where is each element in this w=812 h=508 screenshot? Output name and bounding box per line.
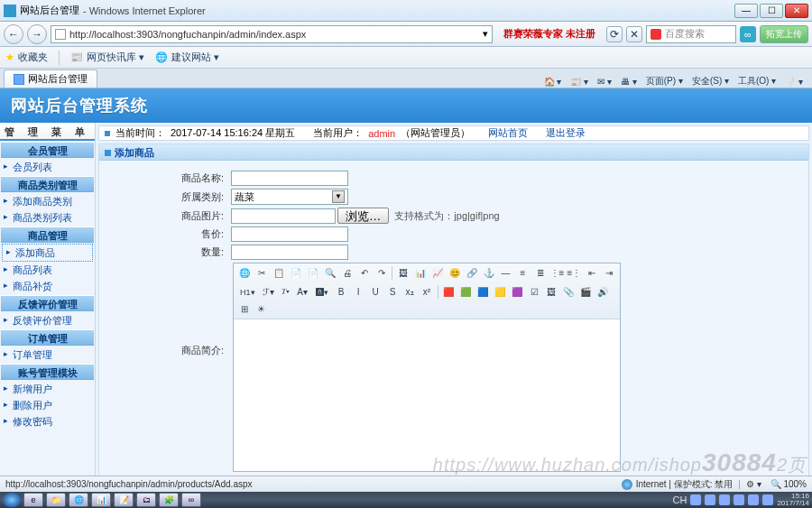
taskbar-app2-icon[interactable]: 📊: [91, 493, 111, 507]
sidebar-group-header[interactable]: 订单管理: [1, 329, 94, 346]
search-box[interactable]: 百度搜索: [646, 25, 736, 43]
editor-button[interactable]: x₂: [402, 284, 418, 300]
editor-button[interactable]: 📄: [305, 265, 320, 281]
editor-button[interactable]: 𝑇▾: [278, 284, 293, 300]
editor-button[interactable]: ℱ▾: [261, 284, 276, 300]
tray-icon[interactable]: [719, 494, 730, 505]
link-logout[interactable]: 退出登录: [546, 126, 586, 140]
maximize-button[interactable]: ☐: [760, 4, 783, 18]
ime-indicator[interactable]: CH: [673, 494, 687, 505]
editor-button[interactable]: —: [498, 265, 513, 281]
editor-button[interactable]: 🔊: [595, 284, 611, 300]
sidebar-item[interactable]: 订单管理: [0, 346, 95, 363]
editor-button[interactable]: ↶: [356, 265, 372, 281]
editor-button[interactable]: 📄: [288, 265, 303, 281]
tab-active[interactable]: 网站后台管理: [4, 69, 97, 88]
taskbar-explorer-icon[interactable]: 📁: [46, 493, 66, 507]
sidebar-item[interactable]: 会员列表: [0, 159, 95, 175]
clock[interactable]: 15:162017/7/14: [777, 493, 809, 507]
taskbar-app5-icon[interactable]: 🧩: [159, 493, 179, 507]
sidebar-item[interactable]: 商品列表: [0, 262, 95, 278]
editor-button[interactable]: ☑: [527, 284, 542, 300]
tray-icon[interactable]: [748, 494, 759, 505]
editor-textarea[interactable]: [234, 319, 620, 471]
favorites-button[interactable]: ★收藏夹: [5, 51, 48, 64]
editor-button[interactable]: ≡: [515, 265, 531, 281]
editor-button[interactable]: 🅰▾: [312, 284, 332, 300]
upload-ext-button[interactable]: 拓宽上传: [760, 25, 808, 43]
image-input[interactable]: [231, 208, 336, 224]
minimize-button[interactable]: —: [734, 4, 758, 18]
name-input[interactable]: [231, 171, 348, 186]
editor-button[interactable]: ✂: [254, 265, 269, 281]
editor-button[interactable]: ⇤: [584, 265, 599, 281]
start-button[interactable]: [3, 493, 21, 507]
qty-input[interactable]: [231, 245, 348, 260]
sidebar-item[interactable]: 添加商品类别: [0, 193, 95, 209]
back-button[interactable]: ←: [4, 24, 23, 44]
tabtool-4[interactable]: 页面(P) ▾: [646, 75, 683, 88]
editor-button[interactable]: ↷: [374, 265, 389, 281]
sidebar-item[interactable]: 商品类别列表: [0, 209, 95, 226]
editor-button[interactable]: 🟩: [458, 284, 474, 300]
sidebar-group-header[interactable]: 账号管理模块: [1, 364, 94, 380]
editor-button[interactable]: S: [385, 284, 401, 300]
tabtool-3[interactable]: 🖶 ▾: [621, 75, 637, 88]
editor-button[interactable]: U: [368, 284, 383, 300]
browse-button[interactable]: 浏览…: [337, 208, 389, 224]
system-tray[interactable]: CH 15:162017/7/14: [673, 493, 809, 507]
editor-button[interactable]: 📋: [271, 265, 286, 281]
sidebar-group-header[interactable]: 反馈评价管理: [1, 295, 94, 311]
editor-button[interactable]: ≣: [532, 265, 548, 281]
editor-button[interactable]: 🖼: [544, 284, 559, 300]
editor-button[interactable]: 🖨: [339, 265, 355, 281]
sidebar-group-header[interactable]: 商品类别管理: [1, 176, 94, 192]
editor-button[interactable]: 🟨: [493, 284, 508, 300]
editor-button[interactable]: I: [351, 284, 366, 300]
tray-icon[interactable]: [734, 494, 744, 505]
sidebar-item[interactable]: 新增用户: [0, 381, 95, 397]
editor-button[interactable]: 🟪: [510, 284, 525, 300]
editor-button[interactable]: ≡⋮: [567, 265, 582, 281]
tray-icon[interactable]: [690, 494, 701, 505]
editor-button[interactable]: ⚓: [481, 265, 496, 281]
taskbar-app3-icon[interactable]: 📝: [114, 493, 134, 507]
editor-button[interactable]: 🟦: [475, 284, 491, 300]
forward-button[interactable]: →: [27, 24, 47, 44]
editor-button[interactable]: 📎: [561, 284, 577, 300]
refresh-button[interactable]: ⟳: [606, 26, 623, 42]
taskbar-app6-icon[interactable]: ∞: [181, 493, 201, 507]
sidebar-item[interactable]: 反馈评价管理: [0, 312, 95, 328]
close-button[interactable]: ✕: [785, 4, 808, 18]
sidebar-item[interactable]: 商品补货: [0, 278, 95, 294]
category-select[interactable]: 蔬菜▼: [231, 189, 348, 205]
zoom-level[interactable]: 🔍 100%: [770, 479, 807, 489]
editor-button[interactable]: ⋮≡: [549, 265, 565, 281]
tabtool-0[interactable]: 🏠 ▾: [544, 75, 562, 88]
tabtool-5[interactable]: 安全(S) ▾: [692, 75, 729, 88]
editor-button[interactable]: x²: [420, 284, 435, 300]
bookmark-item-0[interactable]: 📰网页快讯库 ▾: [70, 51, 144, 64]
bookmark-item-1[interactable]: 🌐建议网站 ▾: [155, 51, 219, 64]
sidebar-item[interactable]: 修改密码: [0, 413, 95, 429]
price-input[interactable]: [231, 226, 348, 242]
dropdown-icon[interactable]: ▾: [483, 28, 488, 40]
editor-button[interactable]: H1▾: [236, 284, 259, 300]
editor-button[interactable]: 🔍: [322, 265, 337, 281]
address-bar[interactable]: http://localhost:3903/nongfuchanpin/admi…: [51, 25, 493, 43]
taskbar-app4-icon[interactable]: 🗂: [136, 493, 156, 507]
tray-icon[interactable]: [762, 494, 773, 505]
editor-button[interactable]: B: [334, 284, 349, 300]
editor-button[interactable]: 🌐: [236, 265, 252, 281]
sidebar-item[interactable]: 删除用户: [0, 397, 95, 413]
tabtool-6[interactable]: 工具(O) ▾: [738, 75, 776, 88]
editor-button[interactable]: ☀: [254, 301, 269, 317]
taskbar-ie-icon[interactable]: e: [23, 493, 43, 507]
link-home[interactable]: 网站首页: [488, 126, 528, 140]
editor-button[interactable]: 😊: [447, 265, 462, 281]
editor-button[interactable]: 🎬: [578, 284, 594, 300]
protected-mode-icon[interactable]: ⚙ ▾: [746, 479, 761, 489]
tray-icon[interactable]: [705, 494, 715, 505]
editor-button[interactable]: A▾: [295, 284, 310, 300]
tabtool-7[interactable]: ❔ ▾: [785, 75, 803, 88]
